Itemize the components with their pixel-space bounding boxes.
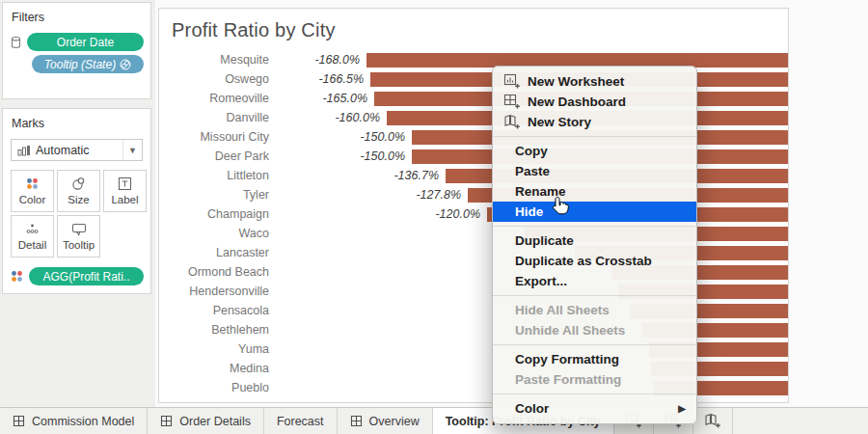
shelf-button-label: Detail	[18, 239, 46, 251]
tab-label: Order Details	[179, 415, 251, 428]
agg-pill-label: AGG(Profit Rati..	[42, 270, 129, 284]
filters-title: Filters	[12, 11, 150, 24]
label-icon	[118, 176, 132, 191]
city-label: Hendersonville	[159, 285, 279, 298]
city-label: Champaign	[159, 207, 279, 221]
agg-pill-row: AGG(Profit Rati..	[10, 267, 144, 285]
filter-row-tooltip-state: Tooltip (State)	[32, 55, 144, 73]
tooltip-shelf-button[interactable]: Tooltip	[57, 215, 100, 258]
menu-item-duplicate[interactable]: Duplicate	[493, 231, 696, 251]
city-label: Romeoville	[159, 92, 279, 105]
color-shelf-button[interactable]: Color	[11, 170, 54, 212]
city-label: Missouri City	[159, 130, 279, 144]
linked-circles-icon	[120, 59, 131, 70]
filters-panel: Filters Order Date Tooltip (State)	[2, 2, 151, 99]
city-label: Ormond Beach	[159, 265, 279, 279]
menu-item-label: Export...	[515, 274, 567, 288]
menu-item-copy[interactable]: Copy	[493, 141, 696, 161]
new-story-button[interactable]	[693, 408, 733, 434]
mark-buttons: ColorSizeLabelDetailTooltip	[11, 170, 150, 258]
city-label: Waco	[159, 227, 279, 240]
label-shelf-button[interactable]: Label	[103, 170, 147, 212]
new-dashboard-icon	[503, 94, 522, 110]
detail-icon	[25, 222, 40, 236]
menu-item-label: Color	[515, 401, 549, 416]
city-label: Medina	[159, 362, 279, 375]
menu-item-hide-all-sheets: Hide All Sheets	[493, 300, 696, 320]
value-label: -136.7%	[393, 169, 446, 182]
shelf-button-label: Label	[111, 194, 138, 205]
city-label: Mesquite	[159, 53, 279, 67]
menu-item-label: Hide All Sheets	[515, 303, 610, 317]
mark-type-dropdown[interactable]: Automatic ▼	[11, 139, 143, 161]
value-label: -150.0%	[360, 130, 412, 144]
agg-profit-ratio-pill[interactable]: AGG(Profit Rati..	[29, 267, 144, 285]
filter-row-order-date: Order Date	[10, 33, 144, 51]
shelf-button-label: Color	[19, 194, 45, 205]
tab-forecast[interactable]: Forecast	[264, 408, 338, 434]
menu-separator	[493, 393, 696, 394]
city-label: Pensacola	[159, 304, 279, 317]
city-label: Lancaster	[159, 246, 279, 259]
datasource-cylinder-icon	[10, 36, 22, 49]
city-label: Yuma	[159, 342, 279, 356]
value-label: -168.0%	[314, 53, 366, 67]
city-label: Danville	[159, 111, 279, 124]
tab-order-details[interactable]: Order Details	[148, 408, 264, 434]
menu-item-label: Unhide All Sheets	[515, 323, 625, 338]
city-label: Pueblo	[159, 381, 279, 394]
value-label: -127.8%	[416, 188, 468, 202]
size-shelf-button[interactable]: Size	[57, 170, 100, 212]
tab-label: Overview	[369, 415, 420, 428]
filter-pill-label: Tooltip (State)	[44, 58, 116, 71]
menu-item-new-dashboard[interactable]: New Dashboard	[493, 92, 696, 112]
tableau-window: Filters Order Date Tooltip (State)	[0, 0, 868, 434]
shelf-button-label: Tooltip	[63, 239, 95, 251]
menu-separator	[493, 136, 696, 137]
tab-label: Commission Model	[32, 415, 134, 428]
menu-item-color[interactable]: Color▶	[493, 398, 696, 419]
tab-label: Forecast	[277, 415, 324, 428]
menu-item-label: Copy Formatting	[515, 352, 619, 366]
chart-title: Profit Ratio by City	[172, 19, 788, 41]
filter-pill-tooltip-state[interactable]: Tooltip (State)	[32, 55, 144, 73]
sheet-tabbar: Commission ModelOrder DetailsForecastOve…	[0, 407, 868, 434]
menu-item-paste[interactable]: Paste	[493, 161, 696, 181]
shelf-button-label: Size	[68, 194, 89, 205]
marks-panel: Marks Automatic ▼ ColorSizeLabelDetailTo…	[2, 108, 151, 294]
value-label: -120.0%	[435, 207, 487, 221]
tab-commission-model[interactable]: Commission Model	[0, 408, 148, 434]
new-worksheet-icon	[503, 73, 522, 90]
menu-item-label: Duplicate as Crosstab	[515, 254, 652, 268]
filter-pill-label: Order Date	[57, 36, 114, 49]
menu-item-unhide-all-sheets: Unhide All Sheets	[493, 320, 696, 340]
menu-item-label: Duplicate	[515, 233, 574, 248]
menu-item-duplicate-as-crosstab[interactable]: Duplicate as Crosstab	[493, 251, 696, 271]
menu-item-label: Hide	[515, 204, 543, 219]
marks-title: Marks	[12, 117, 150, 130]
grid-icon	[350, 415, 363, 427]
city-label: Tyler	[159, 188, 279, 202]
tab-overview[interactable]: Overview	[338, 408, 433, 434]
new-story-icon	[704, 413, 721, 429]
barchart-icon	[17, 145, 31, 156]
color-dots-icon	[10, 269, 24, 284]
menu-item-copy-formatting[interactable]: Copy Formatting	[493, 349, 696, 369]
new-story-icon	[503, 114, 522, 130]
sidebar: Filters Order Date Tooltip (State)	[0, 0, 155, 407]
menu-item-rename[interactable]: Rename	[493, 181, 696, 202]
filter-pill-order-date[interactable]: Order Date	[27, 33, 144, 51]
chevron-down-icon[interactable]: ▼	[122, 140, 142, 160]
menu-item-export[interactable]: Export...	[493, 271, 696, 291]
menu-item-paste-formatting: Paste Formatting	[493, 369, 696, 390]
grid-icon	[160, 415, 173, 427]
value-label: -160.0%	[335, 111, 387, 124]
menu-item-label: New Story	[528, 115, 591, 129]
detail-shelf-button[interactable]: Detail	[11, 215, 54, 258]
menu-item-hide[interactable]: Hide	[493, 202, 696, 222]
city-label: Bethlehem	[159, 323, 279, 337]
menu-item-new-worksheet[interactable]: New Worksheet	[493, 71, 696, 92]
menu-item-new-story[interactable]: New Story	[493, 112, 696, 132]
color-icon	[25, 176, 40, 191]
menu-separator	[493, 226, 696, 227]
